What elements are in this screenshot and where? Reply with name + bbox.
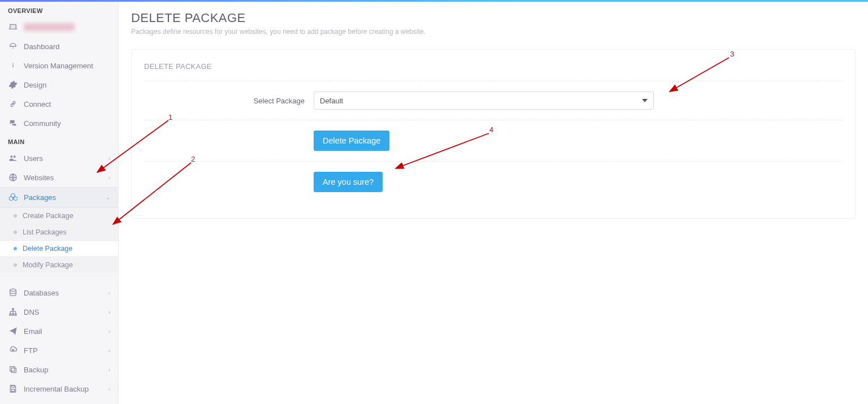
gear-icon xyxy=(8,80,18,90)
cubes-icon xyxy=(8,192,18,202)
sidebar-label: Backup xyxy=(24,366,108,374)
delete-package-button[interactable]: Delete Package xyxy=(314,131,389,151)
sidebar-item-dashboard[interactable]: Dashboard xyxy=(0,37,118,56)
cloud-upload-icon xyxy=(8,345,18,355)
page-subtitle: Packages define resources for your websi… xyxy=(131,28,856,36)
sidebar-item-email[interactable]: Email › xyxy=(0,322,118,341)
comments-icon xyxy=(8,118,18,128)
sidebar-sub-delete-package[interactable]: Delete Package xyxy=(0,240,118,257)
database-icon xyxy=(8,288,18,298)
sidebar-item-ftp[interactable]: FTP › xyxy=(0,341,118,360)
sidebar-item-incremental-backup[interactable]: Incremental Backup › xyxy=(0,379,118,398)
svg-rect-2 xyxy=(10,367,15,371)
sidebar-label: FTP xyxy=(24,346,108,355)
tachometer-icon xyxy=(8,41,18,51)
section-main-title: MAIN xyxy=(0,133,118,149)
sidebar: OVERVIEW Dashboard Version Management De… xyxy=(0,2,119,404)
chevron-right-icon: › xyxy=(108,328,110,335)
sidebar-label: Dashboard xyxy=(24,42,110,51)
hostname-blurred xyxy=(24,23,75,31)
sidebar-sub-list-packages[interactable]: List Packages xyxy=(0,224,118,240)
svg-rect-4 xyxy=(11,385,14,387)
chevron-down-icon: ⌄ xyxy=(106,194,110,201)
sidebar-item-dns[interactable]: DNS › xyxy=(0,302,118,322)
chevron-right-icon: › xyxy=(108,386,110,392)
delete-button-row: Delete Package xyxy=(144,120,843,162)
sidebar-label: Databases xyxy=(24,289,108,297)
copy-icon xyxy=(8,364,18,375)
paper-plane-icon xyxy=(8,326,18,336)
confirm-delete-button[interactable]: Are you sure? xyxy=(314,172,383,192)
sidebar-item-packages[interactable]: Packages ⌄ xyxy=(0,187,118,207)
chevron-right-icon: › xyxy=(108,347,110,354)
chevron-right-icon: › xyxy=(108,290,110,296)
sidebar-item-connect[interactable]: Connect xyxy=(0,94,118,114)
confirm-button-row: Are you sure? xyxy=(144,162,843,202)
svg-rect-5 xyxy=(11,389,14,392)
sidebar-item-version[interactable]: Version Management xyxy=(0,56,118,75)
sidebar-sub-modify-package[interactable]: Modify Package xyxy=(0,257,118,273)
select-package-label: Select Package xyxy=(144,97,314,105)
sidebar-label: Connect xyxy=(24,100,110,108)
sidebar-label: DNS xyxy=(24,308,108,316)
save-icon xyxy=(8,384,18,394)
sidebar-label: Websites xyxy=(24,173,108,182)
section-overview-title: OVERVIEW xyxy=(0,2,118,18)
svg-point-1 xyxy=(10,289,16,291)
sidebar-item-host[interactable] xyxy=(0,18,118,37)
packages-submenu: Create Package List Packages Delete Pack… xyxy=(0,207,118,273)
select-package-dropdown[interactable]: Default xyxy=(314,92,654,110)
chevron-right-icon: › xyxy=(108,309,110,315)
chevron-right-icon: › xyxy=(108,155,110,162)
sidebar-item-databases[interactable]: Databases › xyxy=(0,283,118,302)
link-icon xyxy=(8,99,18,109)
sidebar-label: Packages xyxy=(24,193,106,202)
sitemap-icon xyxy=(8,307,18,317)
sidebar-item-community[interactable]: Community xyxy=(0,114,118,133)
users-icon xyxy=(8,153,18,163)
sidebar-label: Design xyxy=(24,81,110,89)
top-accent-bar xyxy=(0,0,868,2)
delete-package-panel: DELETE PACKAGE Select Package Default De… xyxy=(131,49,856,219)
info-icon xyxy=(8,60,18,71)
globe-icon xyxy=(8,172,18,183)
sidebar-label: Community xyxy=(24,119,110,128)
chevron-right-icon: › xyxy=(108,175,110,181)
sidebar-label: Email xyxy=(24,327,108,336)
page-title: DELETE PACKAGE xyxy=(131,11,856,25)
sidebar-item-websites[interactable]: Websites › xyxy=(0,168,118,187)
panel-title: DELETE PACKAGE xyxy=(144,62,843,81)
sidebar-label: Incremental Backup xyxy=(24,385,108,393)
sidebar-label: Users xyxy=(24,154,108,163)
chevron-right-icon: › xyxy=(108,367,110,373)
sidebar-item-users[interactable]: Users › xyxy=(0,149,118,168)
laptop-icon xyxy=(8,22,18,32)
sidebar-sub-create-package[interactable]: Create Package xyxy=(0,207,118,224)
select-package-row: Select Package Default xyxy=(144,81,843,120)
svg-rect-3 xyxy=(11,368,16,372)
sidebar-label: Version Management xyxy=(24,62,110,70)
sidebar-item-ssl[interactable]: SSL › xyxy=(0,398,118,404)
sidebar-item-design[interactable]: Design xyxy=(0,75,118,94)
main-content: DELETE PACKAGE Packages define resources… xyxy=(119,2,868,404)
sidebar-item-backup[interactable]: Backup › xyxy=(0,360,118,379)
